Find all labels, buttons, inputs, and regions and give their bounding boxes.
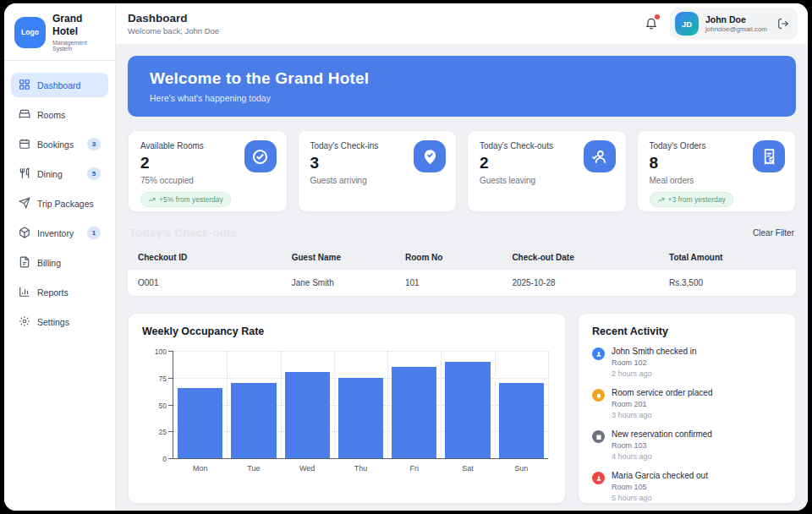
- stat-card-checkins: Today's Check-ins 3 Guests arriving: [298, 130, 458, 212]
- x-axis-tick-label: Mon: [193, 464, 208, 473]
- sidebar-item-label: Inventory: [37, 228, 74, 238]
- activity-room: Room 103: [612, 441, 712, 450]
- chart-bar-wed: [285, 372, 330, 458]
- activity-time: 2 hours ago: [612, 369, 697, 378]
- sidebar-item-label: Rooms: [37, 110, 65, 120]
- sidebar: Logo Grand Hotel Management System Dashb…: [4, 3, 116, 511]
- sidebar-nav: Dashboard Rooms Bookings 3 Dining 5 Trip…: [4, 61, 115, 351]
- person-icon: [592, 472, 605, 484]
- activity-item: New reservation confirmed Room 103 4 hou…: [592, 429, 782, 461]
- clear-filter-button[interactable]: Clear Filter: [753, 228, 794, 238]
- stat-sub: Guests arriving: [310, 176, 445, 185]
- logout-icon[interactable]: [777, 18, 789, 30]
- column-header: Guest Name: [282, 245, 395, 270]
- sidebar-item-inventory[interactable]: Inventory 1: [11, 221, 108, 245]
- occupancy-chart-card: Weekly Occupancy Rate 0255075100MonTueWe…: [128, 313, 566, 504]
- x-axis-tick-label: Sat: [462, 464, 474, 473]
- stat-cards: Available Rooms 2 75% occupied +5% from …: [128, 130, 796, 212]
- chart-bar-sat: [445, 362, 490, 458]
- sidebar-item-label: Reports: [37, 287, 69, 298]
- brand-subtitle: Management System: [52, 40, 105, 52]
- table-row[interactable]: O001 Jane Smith 101 2025-10-28 Rs.3,500: [128, 270, 796, 296]
- sidebar-item-label: Billing: [37, 258, 61, 268]
- checkouts-section-title: Today's Check-outs: [129, 227, 237, 239]
- dashboard-content: Welcome to the Grand Hotel Here's what's…: [116, 44, 808, 511]
- header: Dashboard Welcome back, John Doe JD John…: [116, 3, 808, 44]
- y-axis-tick-label: 50: [145, 402, 167, 410]
- cell-checkout-id: O001: [128, 270, 282, 296]
- sidebar-item-label: Settings: [37, 317, 69, 327]
- pin-check-icon: [414, 140, 446, 172]
- chart-bar-tue: [231, 383, 276, 458]
- dashboard-grid-icon: [19, 79, 30, 92]
- bed-icon: [19, 108, 30, 122]
- activity-text: Maria Garcia checked out: [612, 471, 708, 480]
- user-name: John Doe: [705, 14, 767, 25]
- x-axis-tick-label: Tue: [247, 464, 260, 473]
- x-axis-tick-label: Fri: [410, 464, 420, 473]
- chart-bar-mon: [178, 388, 222, 458]
- gear-icon: [19, 315, 30, 329]
- stat-sub: Guests leaving: [480, 176, 614, 185]
- banner-subtitle: Here's what's happening today: [150, 93, 796, 103]
- dining-badge: 5: [87, 167, 101, 180]
- sidebar-item-dashboard[interactable]: Dashboard: [11, 73, 108, 97]
- calendar-icon: [19, 138, 30, 151]
- calendar-icon: [592, 430, 605, 443]
- recent-activity-title: Recent Activity: [592, 325, 782, 337]
- document-icon: [19, 256, 30, 270]
- cell-checkout-date: 2025-10-28: [502, 270, 659, 296]
- user-menu[interactable]: JD John Doe johndoe@gmail.com: [670, 8, 798, 40]
- activity-time: 3 hours ago: [612, 411, 713, 419]
- y-axis-tick-label: 100: [145, 347, 167, 356]
- recent-activity-card: Recent Activity John Smith checked in Ro…: [578, 313, 796, 504]
- y-axis-tick-label: 0: [145, 455, 167, 463]
- x-axis-tick-label: Sun: [514, 464, 528, 473]
- page-title: Dashboard: [128, 12, 219, 25]
- package-icon: [19, 227, 30, 240]
- chart-title: Weekly Occupancy Rate: [142, 325, 551, 337]
- activity-time: 4 hours ago: [612, 452, 712, 461]
- chart-bar-thu: [338, 378, 383, 458]
- activity-text: Room service order placed: [612, 388, 713, 397]
- sidebar-item-bookings[interactable]: Bookings 3: [11, 132, 108, 156]
- bell-icon: [592, 389, 605, 402]
- chart-bar-fri: [392, 367, 436, 458]
- brand: Logo Grand Hotel Management System: [4, 3, 115, 61]
- activity-room: Room 201: [612, 400, 713, 408]
- sidebar-item-label: Dining: [37, 169, 63, 179]
- user-email: johndoe@gmail.com: [705, 25, 767, 33]
- trend-badge: +3 from yesterday: [650, 192, 733, 207]
- welcome-banner: Welcome to the Grand Hotel Here's what's…: [128, 56, 796, 117]
- circle-check-icon: [244, 140, 277, 172]
- app-window: Logo Grand Hotel Management System Dashb…: [4, 3, 808, 511]
- notifications-button[interactable]: [645, 14, 658, 33]
- activity-item: Maria Garcia checked out Room 105 5 hour…: [592, 471, 782, 502]
- chart-bar-sun: [499, 383, 544, 458]
- checkouts-table: Checkout ID Guest Name Room No Check-out…: [128, 245, 796, 296]
- column-header: Check-out Date: [502, 245, 659, 270]
- stat-sub: 75% occupied: [140, 176, 275, 185]
- cell-room-no: 101: [395, 270, 502, 296]
- column-header: Checkout ID: [128, 245, 282, 270]
- occupancy-bar-chart: 0255075100MonTueWedThuFriSatSun: [173, 351, 548, 459]
- sidebar-item-billing[interactable]: Billing: [11, 250, 108, 275]
- avatar: JD: [675, 12, 699, 36]
- activity-text: John Smith checked in: [612, 347, 697, 356]
- sidebar-item-label: Bookings: [37, 139, 74, 150]
- sidebar-item-trip-packages[interactable]: Trip Packages: [11, 191, 108, 216]
- sidebar-item-dining[interactable]: Dining 5: [11, 161, 108, 186]
- page-subtitle: Welcome back, John Doe: [128, 26, 219, 36]
- sidebar-item-reports[interactable]: Reports: [11, 280, 108, 304]
- bookings-badge: 3: [87, 138, 101, 150]
- column-header: Total Amount: [659, 245, 796, 270]
- sidebar-item-rooms[interactable]: Rooms: [11, 102, 108, 127]
- x-axis-tick-label: Wed: [299, 464, 315, 473]
- sidebar-item-settings[interactable]: Settings: [11, 309, 108, 334]
- activity-room: Room 102: [612, 358, 697, 367]
- stat-sub: Meal orders: [650, 176, 784, 185]
- utensils-icon: [19, 167, 30, 181]
- bar-chart-icon: [19, 286, 30, 299]
- brand-name: Grand Hotel: [52, 13, 105, 38]
- sidebar-item-label: Trip Packages: [37, 199, 94, 209]
